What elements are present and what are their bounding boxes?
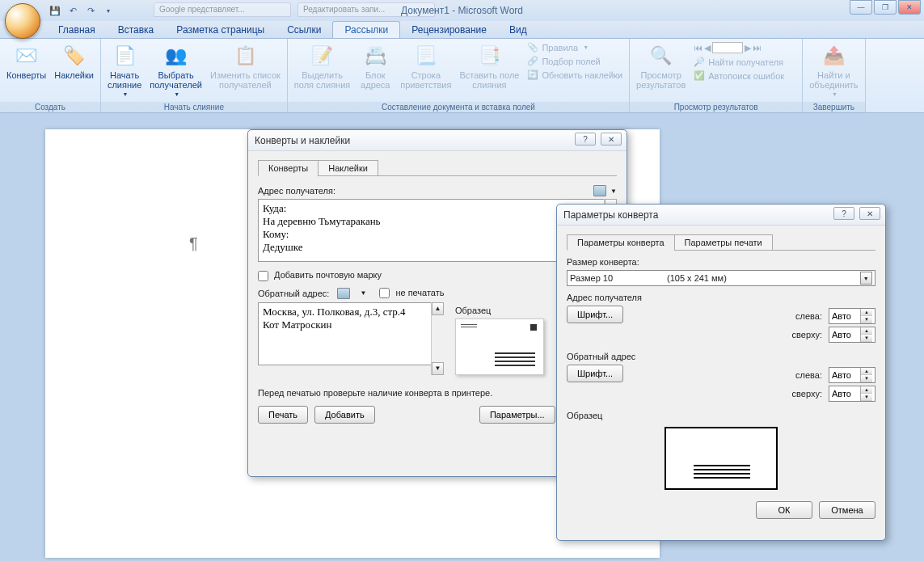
recipient-font-button[interactable]: Шрифт... <box>567 306 623 323</box>
sample-label: Образец <box>567 411 875 420</box>
address-block-button: 📇 Блок адреса <box>357 41 394 91</box>
ribbon-tabs: Главная Вставка Разметка страницы Ссылки… <box>0 21 924 39</box>
add-stamp-label: Добавить почтовую марку <box>274 270 382 280</box>
auto-check-button: ✅Автопоиск ошибок <box>692 70 797 82</box>
chevron-down-icon: ▼ <box>583 44 589 50</box>
return-section-label: Обратный адрес <box>567 352 875 361</box>
chevron-down-icon[interactable]: ▼ <box>360 289 366 297</box>
undo-icon[interactable]: ↶ <box>66 4 79 17</box>
tab-layout[interactable]: Разметка страницы <box>165 22 276 38</box>
close-button[interactable]: ✕ <box>859 207 880 220</box>
envelope-preview <box>665 427 778 490</box>
address-book-icon[interactable] <box>337 288 350 299</box>
close-button[interactable]: ✕ <box>601 133 622 146</box>
dialog-title[interactable]: Параметры конверта ? ✕ <box>557 205 885 226</box>
office-button[interactable] <box>5 3 40 39</box>
tab-print-params[interactable]: Параметры печати <box>674 234 773 251</box>
return-left-spinner[interactable]: ▲▼ <box>829 367 875 383</box>
scroll-up-icon[interactable]: ▲ <box>432 302 444 315</box>
match-icon: 🔗 <box>527 56 538 66</box>
chevron-down-icon[interactable]: ▼ <box>610 188 617 195</box>
size-label: Размер конверта: <box>567 257 875 267</box>
envelopes-button[interactable]: ✉️ Конверты <box>5 41 48 82</box>
params-button[interactable]: Параметры... <box>479 406 555 424</box>
recipient-left-spinner[interactable]: ▲▼ <box>829 308 875 324</box>
search-icon: 🔎 <box>694 57 705 67</box>
close-button[interactable]: ✕ <box>898 0 921 15</box>
dialog-tabs: Параметры конверта Параметры печати <box>567 234 875 251</box>
pilcrow-icon: ¶ <box>189 234 198 253</box>
greeting-button: 📃 Строка приветствия <box>399 41 453 91</box>
window-title: Документ1 - Microsoft Word <box>0 5 924 16</box>
titlebar: 💾 ↶ ↷ ▾ Google представляет... Редактиро… <box>0 0 924 21</box>
group-create: ✉️ Конверты 🏷️ Наклейки Создать <box>0 39 101 112</box>
scrollbar[interactable]: ▲ ▼ <box>431 302 444 375</box>
start-merge-icon: 📄 <box>112 43 137 69</box>
spin-down-icon[interactable]: ▼ <box>861 375 872 382</box>
help-button[interactable]: ? <box>575 133 596 146</box>
qat-dropdown-icon[interactable]: ▾ <box>102 4 115 17</box>
recipient-top-spinner[interactable]: ▲▼ <box>829 327 875 343</box>
redo-icon[interactable]: ↷ <box>84 4 97 17</box>
envelope-params-dialog: Параметры конверта ? ✕ Параметры конверт… <box>556 204 886 541</box>
return-address-input[interactable] <box>258 302 444 365</box>
first-icon: ⏮ <box>694 43 702 53</box>
rules-icon: 📎 <box>527 42 538 53</box>
dialog-title[interactable]: Конверты и наклейки ? ✕ <box>248 130 627 151</box>
labels-button[interactable]: 🏷️ Наклейки <box>53 41 95 82</box>
spin-up-icon[interactable]: ▲ <box>861 309 872 316</box>
spin-down-icon[interactable]: ▼ <box>861 335 872 342</box>
spin-down-icon[interactable]: ▼ <box>861 394 872 401</box>
preview-results-button: 🔍 Просмотр результатов <box>635 41 687 91</box>
ok-button[interactable]: ОК <box>756 501 812 519</box>
tab-references[interactable]: Ссылки <box>276 22 332 38</box>
last-icon: ⏭ <box>753 43 762 53</box>
highlight-icon: 📝 <box>310 43 335 69</box>
cancel-button[interactable]: Отмена <box>819 501 875 519</box>
rules-button: 📎Правила▼ <box>525 41 624 53</box>
tab-labels[interactable]: Наклейки <box>318 160 378 176</box>
next-icon: ▶ <box>745 43 751 53</box>
address-book-icon[interactable] <box>593 185 606 196</box>
ribbon: ✉️ Конверты 🏷️ Наклейки Создать 📄 Начать… <box>0 39 924 113</box>
tab-review[interactable]: Рецензирование <box>400 22 498 38</box>
recipient-section-label: Адрес получателя <box>567 293 875 302</box>
tab-home[interactable]: Главная <box>47 22 107 38</box>
spin-down-icon[interactable]: ▼ <box>861 316 872 323</box>
group-compose: 📝 Выделить поля слияния 📇 Блок адреса 📃 … <box>288 39 630 112</box>
spin-up-icon[interactable]: ▲ <box>861 368 872 375</box>
scroll-down-icon[interactable]: ▼ <box>432 362 444 375</box>
return-font-button[interactable]: Шрифт... <box>567 365 623 382</box>
group-label: Создать <box>0 102 100 112</box>
record-nav: ⏮ ◀ ▶ ⏭ <box>692 41 797 54</box>
tab-envelope-params[interactable]: Параметры конверта <box>567 234 675 251</box>
add-button[interactable]: Добавить <box>314 406 375 424</box>
group-results: 🔍 Просмотр результатов ⏮ ◀ ▶ ⏭ 🔎Найти по… <box>630 39 803 112</box>
spin-up-icon[interactable]: ▲ <box>861 386 872 394</box>
start-merge-button[interactable]: 📄 Начать слияние▼ <box>106 41 143 99</box>
minimize-button[interactable]: — <box>850 0 872 15</box>
spin-up-icon[interactable]: ▲ <box>861 327 872 335</box>
tab-insert[interactable]: Вставка <box>107 22 166 38</box>
tab-view[interactable]: Вид <box>498 22 538 38</box>
insert-field-icon: 📑 <box>476 43 502 69</box>
envelope-preview[interactable] <box>455 318 544 375</box>
maximize-button[interactable]: ❐ <box>874 0 897 15</box>
greeting-icon: 📃 <box>413 43 439 69</box>
chevron-down-icon[interactable]: ▼ <box>860 272 872 285</box>
print-button[interactable]: Печать <box>258 406 308 424</box>
add-stamp-checkbox[interactable] <box>258 271 268 281</box>
finish-merge-button: 📤 Найти и объединить▼ <box>808 41 859 99</box>
chevron-down-icon: ▼ <box>123 91 129 97</box>
no-print-checkbox[interactable] <box>379 288 390 298</box>
match-fields-button: 🔗Подбор полей <box>525 55 624 67</box>
tab-mailings[interactable]: Рассылки <box>332 21 400 38</box>
envelope-size-combo[interactable]: Размер 10 (105 x 241 мм) ▼ <box>567 270 875 286</box>
find-recipient-button: 🔎Найти получателя <box>692 56 797 68</box>
save-icon[interactable]: 💾 <box>49 4 61 17</box>
recipient-label: Адрес получателя: <box>258 186 335 196</box>
tab-envelopes[interactable]: Конверты <box>258 160 319 176</box>
return-top-spinner[interactable]: ▲▼ <box>829 386 875 402</box>
select-recipients-button[interactable]: 👥 Выбрать получателей▼ <box>148 41 204 99</box>
help-button[interactable]: ? <box>833 207 854 220</box>
